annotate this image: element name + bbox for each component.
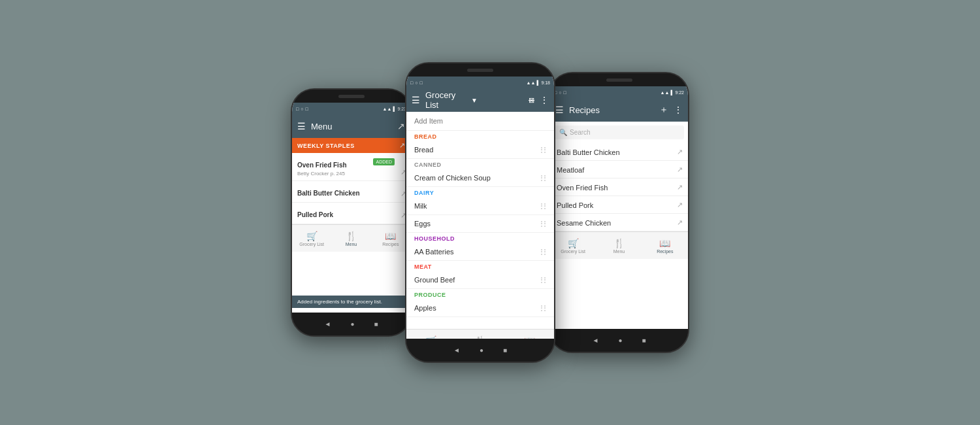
- wifi-icon-center: ▲▲: [527, 80, 536, 85]
- drag-handle-eggs[interactable]: [541, 221, 546, 227]
- drag-handle-apples[interactable]: [541, 305, 546, 311]
- menu-item-1[interactable]: Balti Butter Chicken ↗: [292, 181, 410, 203]
- menu-icon-left[interactable]: ☰: [297, 121, 306, 131]
- drag-handle-beef[interactable]: [541, 277, 546, 283]
- recipe-action-1[interactable]: ↗: [677, 165, 683, 174]
- phone-top-bar-center: [406, 63, 554, 76]
- recipe-action-4[interactable]: ↗: [677, 218, 683, 227]
- nav-menu-left[interactable]: 🍴 Menu: [331, 231, 370, 246]
- drag-handle-milk[interactable]: [541, 203, 546, 209]
- nav-menu-icon-center: 🍴: [474, 335, 485, 339]
- status-bar-right: □ ○ □ ▲▲ ▌ 9:22: [550, 86, 688, 98]
- recent-btn-center[interactable]: ■: [503, 347, 507, 354]
- home-btn-center[interactable]: ●: [480, 347, 483, 354]
- status-icon-c1: □: [410, 80, 413, 85]
- home-btn-left[interactable]: ●: [350, 320, 354, 328]
- drag-handle[interactable]: [541, 147, 546, 153]
- nav-grocery-label-left: Grocery List: [299, 242, 324, 246]
- recipe-item-0[interactable]: Balti Butter Chicken ↗: [550, 143, 688, 161]
- grocery-item-label-soup: Cream of Chicken Soup: [414, 174, 491, 182]
- grocery-item-label: Bread: [414, 146, 433, 154]
- phone-recipes: □ ○ □ ▲▲ ▌ 9:22 ☰ Recipes ＋ ⋮ 🔍: [549, 72, 689, 353]
- recipe-item-3[interactable]: Pulled Pork ↗: [550, 196, 688, 214]
- add-item-input[interactable]: [406, 112, 554, 131]
- category-produce: PRODUCE: [406, 289, 554, 299]
- drag-handle-batteries[interactable]: [541, 249, 546, 255]
- speaker-center: [467, 69, 493, 72]
- back-btn-right[interactable]: ◄: [593, 337, 599, 344]
- nav-grocery-center[interactable]: 🛒 Grocery List: [406, 335, 455, 339]
- grocery-item-milk[interactable]: Milk: [406, 197, 554, 215]
- app-bar-left: ☰ Menu ↗: [292, 114, 410, 138]
- recipe-action-2[interactable]: ↗: [677, 183, 683, 192]
- nav-grocery-icon-center: 🛒: [425, 335, 436, 339]
- app-title-right: Recipes: [569, 105, 654, 115]
- category-meat: MEAT: [406, 261, 554, 271]
- share-icon-left[interactable]: ↗: [397, 121, 405, 131]
- app-title-center: Grocery List: [425, 90, 466, 110]
- signal-icon-right: ▌: [670, 90, 674, 95]
- screen-center: □ ○ □ ▲▲ ▌ 9:18 ☰ Grocery List ▼ ⊠ ⋮: [406, 76, 554, 339]
- search-bar-right[interactable]: 🔍 Search: [554, 126, 684, 139]
- grocery-item-soup[interactable]: Cream of Chicken Soup: [406, 169, 554, 187]
- add-icon-right[interactable]: ＋: [659, 104, 668, 116]
- more-icon-center[interactable]: ⋮: [540, 95, 549, 105]
- dropdown-icon-center[interactable]: ▼: [471, 97, 478, 104]
- section-icon[interactable]: ↗: [399, 141, 405, 150]
- phone-top-bar-left: [292, 90, 410, 103]
- recipe-item-2[interactable]: Oven Fried Fish ↗: [550, 178, 688, 196]
- back-btn-left[interactable]: ◄: [325, 320, 331, 328]
- status-left-center: □ ○ □: [410, 80, 423, 85]
- recipe-action-3[interactable]: ↗: [677, 201, 683, 209]
- recent-btn-right[interactable]: ■: [642, 337, 645, 344]
- nav-menu-right[interactable]: 🍴 Menu: [596, 238, 642, 254]
- menu-icon-right[interactable]: ☰: [555, 105, 564, 115]
- time-right: 9:22: [675, 90, 684, 95]
- grocery-item-beef[interactable]: Ground Beef: [406, 271, 554, 289]
- recent-btn-left[interactable]: ■: [374, 320, 378, 328]
- recipe-item-1[interactable]: Meatloaf ↗: [550, 161, 688, 178]
- menu-icon-center[interactable]: ☰: [412, 95, 420, 105]
- search-placeholder: Search: [570, 129, 591, 136]
- nav-recipes-label-left: Recipes: [382, 242, 399, 246]
- status-right-icons: ▲▲ ▌ 9:23: [383, 107, 406, 111]
- nav-menu-center[interactable]: 🍴 Menu: [455, 335, 504, 339]
- nav-menu-label-right: Menu: [613, 249, 625, 254]
- grocery-item-apples[interactable]: Apples: [406, 299, 554, 317]
- grocery-item-eggs[interactable]: Eggs: [406, 215, 554, 233]
- signal-icon-center: ▌: [536, 80, 540, 85]
- menu-item-name-2: Pulled Pork: [297, 211, 333, 218]
- recipe-name-1: Meatloaf: [557, 166, 681, 174]
- bottom-nav-left: 🛒 Grocery List 🍴 Menu 📖 Recipes: [292, 224, 410, 252]
- filter-icon-center[interactable]: ⊠: [529, 96, 534, 105]
- home-btn-right[interactable]: ●: [618, 337, 622, 344]
- grocery-item-label-beef: Ground Beef: [414, 276, 455, 284]
- nav-recipes-icon-left: 📖: [385, 231, 396, 241]
- menu-item-name-0: Oven Fried Fish: [297, 162, 347, 169]
- category-dairy: DAIRY: [406, 187, 554, 197]
- nav-recipes-left[interactable]: 📖 Recipes: [371, 231, 410, 246]
- more-icon-right[interactable]: ⋮: [674, 105, 683, 115]
- menu-item-0[interactable]: Oven Fried Fish ADDED Betty Crocker p. 2…: [292, 153, 410, 181]
- status-icon-r3: □: [563, 90, 566, 95]
- speaker-right: [606, 78, 632, 82]
- grocery-item-label-milk: Milk: [414, 202, 427, 210]
- menu-item-2[interactable]: Pulled Pork ↗: [292, 203, 410, 224]
- nav-grocery-right[interactable]: 🛒 Grocery List: [550, 238, 596, 254]
- android-bar-right: ◄ ● ■: [550, 329, 688, 352]
- category-bread: BREAD: [406, 131, 554, 141]
- android-bar-left: ◄ ● ■: [292, 313, 410, 335]
- wifi-icon-right: ▲▲: [661, 90, 670, 95]
- recipe-name-2: Oven Fried Fish: [557, 184, 681, 192]
- grocery-item-label-batteries: AA Batteries: [414, 248, 454, 256]
- search-icon-right: 🔍: [559, 129, 567, 136]
- recipe-action-0[interactable]: ↗: [677, 148, 683, 156]
- nav-recipes-center[interactable]: 📖 Recipes: [505, 335, 554, 339]
- grocery-item-batteries[interactable]: AA Batteries: [406, 243, 554, 261]
- nav-grocery-left[interactable]: 🛒 Grocery List: [292, 231, 331, 246]
- back-btn-center[interactable]: ◄: [453, 347, 460, 354]
- grocery-item-bread[interactable]: Bread: [406, 141, 554, 159]
- nav-recipes-right[interactable]: 📖 Recipes: [642, 238, 688, 254]
- drag-handle-soup[interactable]: [541, 175, 546, 181]
- recipe-item-4[interactable]: Sesame Chicken ↗: [550, 214, 688, 231]
